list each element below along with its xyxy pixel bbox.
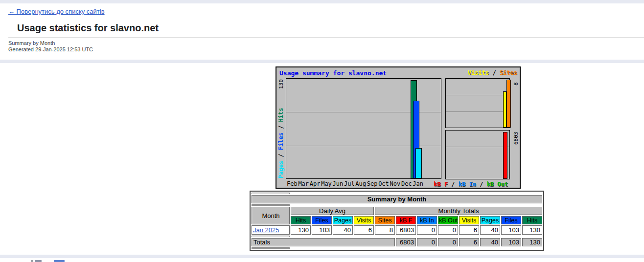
table-data-cell: 6 [459,225,479,235]
month-tick-label: Sep [367,180,378,187]
left-axis-max-label: 130 [278,79,284,89]
gridline [446,147,509,147]
month-data-row: Jan 20251301034068680300640103130 [252,225,542,235]
month-tick-label: Nov [390,180,401,187]
table-data-cell: 6803 [396,225,416,235]
bar-visits [503,91,506,128]
mid-divider-band [0,60,644,63]
legend-item: Hits [277,108,284,122]
legend-separator: / [448,181,459,188]
metric-header-visits: Visits [354,216,374,224]
gridline [446,163,509,163]
totals-value-cell: 6803 [396,238,416,246]
table-title-row: Summary by Month [252,195,542,203]
gridline [446,95,509,95]
metric-header-pages: Pages [480,216,500,224]
month-tick-label: Jun [333,180,344,187]
clipped-footer-content [31,260,65,262]
right-axis-kbytes-max-label: 6803 [513,132,519,145]
table-data-cell: 40 [480,225,500,235]
month-column-header: Month [252,207,290,224]
table-data-cell: 103 [501,225,521,235]
chart-legend-visits-sites: Visits / Sites [468,69,517,76]
table-data-cell: 130 [522,225,542,235]
legend-item: Visits [468,69,489,76]
usage-summary-chart: Usage summary for slavno.net Visits / Si… [276,66,521,189]
bar-pages-jan [415,148,422,178]
left-axis-series-label: Pages / Files / Hits [277,108,284,178]
legend-separator: / [277,150,284,161]
hits-files-pages-plot [286,78,441,179]
metric-header-sites: Sites [375,216,395,224]
legend-item: kB In [459,181,476,188]
legend-item: Sites [500,69,517,76]
totals-value-cell: 6 [459,238,479,246]
metric-header-hits: Hits [291,216,311,224]
month-tick-label: May [321,180,332,187]
summary-by-month-table: Summary by Month Month Daily Avg Monthly… [250,191,544,251]
table-data-cell: 0 [417,225,437,235]
spacer-row [252,236,542,237]
table-data-cell: 103 [312,225,332,235]
month-tick-label: Jul [344,180,355,187]
table-data-cell: 130 [291,225,311,235]
totals-value-cell: 0 [417,238,437,246]
metric-header-row: HitsFilesPagesVisitsSiteskB FkB InkB Out… [252,216,542,224]
month-tick-label: Oct [378,180,389,187]
kbytes-plot [445,130,510,179]
chart-title: Usage summary for slavno.net [279,69,387,77]
legend-item: Files [277,132,284,150]
right-axis-sites-max-label: 8 [513,82,519,86]
bar-kbf [503,132,507,179]
month-tick-label: Feb [287,180,298,187]
table-title: Summary by Month [252,195,542,203]
bottom-divider-band [0,255,644,258]
metric-header-pages: Pages [333,216,353,224]
chart-legend-kbytes: kB F / kB In / kB Out [434,181,508,188]
table-data-cell: 40 [333,225,353,235]
summary-by-month-caption: Summary by Month [8,40,55,46]
monthly-totals-group-header: Monthly Totals [375,207,542,215]
table-data-cell: 6 [354,225,374,235]
month-tick-label: Apr [310,180,321,187]
month-tick-label: Mar [298,180,309,187]
metric-header-kb-in: kB In [417,216,437,224]
table-data-cell: 8 [375,225,395,235]
table-data-cell: 0 [438,225,458,235]
metric-header-visits: Visits [459,216,479,224]
visits-sites-plot [445,78,510,128]
metric-header-kb-out: kB Out [438,216,458,224]
legend-item: Pages [277,161,284,178]
spacer-row [252,247,542,249]
totals-value-cell: 103 [501,238,521,246]
top-divider-band [0,0,644,3]
webalizer-stats-page: ← Повернутись до списку сайтів Usage sta… [0,0,644,262]
generated-timestamp: Generated 29-Jan-2025 12:53 UTC [8,46,93,52]
totals-value-cell: 0 [438,238,458,246]
legend-separator: / [476,181,487,188]
metric-header-hits: Hits [522,216,542,224]
header-divider [8,37,644,38]
metric-header-kb-f: kB F [396,216,416,224]
bar-sites [506,80,511,128]
month-cell: Jan 2025 [252,225,290,235]
totals-value-cell: 40 [480,238,500,246]
month-tick-label: Jan [413,180,423,187]
column-group-row: Month Daily Avg Monthly Totals [252,207,542,215]
metric-header-files: Files [501,216,521,224]
back-to-site-list-link[interactable]: ← Повернутись до списку сайтів [8,8,105,15]
legend-separator: / [489,69,500,76]
month-tick-label: Dec [401,180,412,187]
legend-item: kB F [434,181,448,188]
totals-label: Totals [252,238,395,246]
daily-avg-group-header: Daily Avg [291,207,374,215]
totals-row: Totals 680300640103130 [252,238,542,246]
gridline [446,111,509,112]
legend-separator: / [277,122,284,132]
spacer-row [252,193,542,194]
month-link[interactable]: Jan 2025 [253,226,279,234]
month-tick-label: Aug [355,180,366,187]
metric-header-files: Files [312,216,332,224]
totals-value-cell: 130 [522,238,542,246]
page-title: Usage statistics for slavno.net [17,22,159,34]
